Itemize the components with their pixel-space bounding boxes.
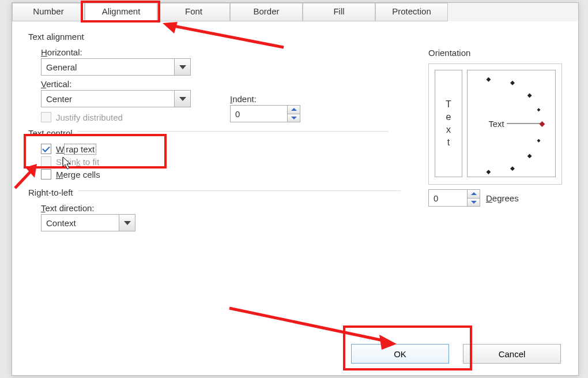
text-control-title: Text control xyxy=(28,128,73,138)
indent-value: 0 xyxy=(235,109,240,119)
text-direction-value: Context xyxy=(46,218,76,228)
degrees-spinner[interactable]: 0 xyxy=(428,189,480,207)
spinner-up-icon[interactable] xyxy=(288,106,300,114)
wrap-text-label: Wrap text xyxy=(56,144,96,154)
horizontal-label: Horizontal: xyxy=(41,47,432,57)
spinner-down-icon[interactable] xyxy=(288,114,300,122)
tab-protection[interactable]: Protection xyxy=(375,3,448,21)
indent-spinner[interactable]: 0 xyxy=(230,105,300,122)
merge-cells-label: Merge cells xyxy=(56,170,100,179)
merge-cells-checkbox[interactable] xyxy=(41,169,51,179)
justify-distributed-label: Justify distributed xyxy=(56,113,123,122)
cancel-button[interactable]: Cancel xyxy=(463,344,561,364)
wrap-text-checkbox[interactable] xyxy=(41,144,51,154)
text-alignment-title: Text alignment xyxy=(28,32,432,42)
tab-font[interactable]: Font xyxy=(157,3,230,21)
justify-distributed-checkbox xyxy=(41,112,51,122)
tab-strip: Number Alignment Font Border Fill Protec… xyxy=(12,3,578,21)
alignment-panel: Text alignment Horizontal: General Verti… xyxy=(12,21,578,375)
horizontal-combo[interactable]: General xyxy=(41,58,191,76)
orientation-vertical-text[interactable]: T e x t xyxy=(435,70,462,177)
tab-border[interactable]: Border xyxy=(230,3,303,21)
vertical-label: Vertical: xyxy=(41,79,432,89)
horizontal-value: General xyxy=(46,62,77,72)
tab-fill[interactable]: Fill xyxy=(303,3,375,21)
vertical-value: Center xyxy=(46,94,72,104)
tab-number[interactable]: Number xyxy=(12,3,85,21)
format-cells-dialog: Number Alignment Font Border Fill Protec… xyxy=(12,2,579,376)
vertical-combo[interactable]: Center xyxy=(41,90,191,107)
orientation-title: Orientation xyxy=(428,48,562,58)
shrink-to-fit-checkbox xyxy=(41,156,51,167)
dial-text-label: Text xyxy=(488,119,504,129)
ok-button[interactable]: OK xyxy=(351,344,449,364)
chevron-down-icon[interactable] xyxy=(119,215,135,231)
spinner-down-icon[interactable] xyxy=(468,198,480,207)
spinner-up-icon[interactable] xyxy=(468,190,480,198)
indent-label: Indent: xyxy=(230,94,300,104)
text-direction-combo[interactable]: Context xyxy=(41,214,135,231)
degrees-value: 0 xyxy=(434,193,438,203)
chevron-down-icon[interactable] xyxy=(174,91,190,107)
shrink-to-fit-label: Shrink to fit xyxy=(56,157,99,167)
chevron-down-icon[interactable] xyxy=(174,59,190,75)
orientation-frame: T e x t Text xyxy=(428,63,562,185)
tab-alignment[interactable]: Alignment xyxy=(85,3,157,21)
orientation-dial[interactable]: Text xyxy=(467,70,556,177)
degrees-label: Degrees xyxy=(486,193,519,203)
rtl-title: Right-to-left xyxy=(28,188,73,197)
